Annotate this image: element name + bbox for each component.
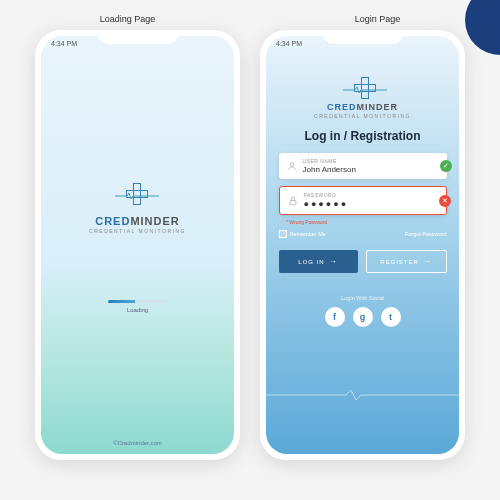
login-page-label: Login Page bbox=[355, 14, 401, 24]
user-icon bbox=[287, 161, 297, 171]
twitter-icon: t bbox=[389, 312, 392, 322]
login-button[interactable]: LOG IN → bbox=[279, 250, 358, 273]
status-time: 4:34 PM bbox=[51, 40, 77, 47]
password-value: ●●●●●● bbox=[304, 199, 438, 209]
page-title: Log in / Registration bbox=[305, 129, 421, 143]
heartbeat-decoration-icon bbox=[266, 388, 459, 402]
heartbeat-icon bbox=[115, 192, 159, 200]
brand-name: CREDMINDER bbox=[95, 215, 180, 227]
register-button[interactable]: REGISTER → bbox=[366, 250, 447, 273]
google-login-button[interactable]: g bbox=[353, 307, 373, 327]
social-login-label: Login With Social bbox=[341, 295, 384, 301]
password-label: PASSWORD bbox=[304, 192, 438, 198]
facebook-icon: f bbox=[333, 312, 336, 322]
medical-cross-icon bbox=[121, 178, 153, 210]
phone-frame-loading: 4:34 PM CREDMINDER CREDENTIAL MONITORING… bbox=[35, 30, 240, 460]
facebook-login-button[interactable]: f bbox=[325, 307, 345, 327]
svg-point-0 bbox=[290, 163, 293, 166]
username-value: John Anderson bbox=[303, 165, 439, 174]
brand-tagline: CREDENTIAL MONITORING bbox=[314, 113, 411, 119]
loading-page-label: Loading Page bbox=[100, 14, 156, 24]
loading-screen: 4:34 PM CREDMINDER CREDENTIAL MONITORING… bbox=[41, 36, 234, 454]
status-time: 4:34 PM bbox=[276, 40, 302, 47]
footer-copyright: ©Credminder.com bbox=[41, 440, 234, 446]
lock-icon bbox=[288, 196, 298, 206]
valid-icon: ✓ bbox=[440, 160, 452, 172]
loading-progress-bar bbox=[108, 300, 168, 303]
remember-label: Remember Me bbox=[290, 231, 326, 237]
error-message: * Wrong Password bbox=[286, 219, 327, 225]
loading-label: Loading bbox=[127, 307, 148, 313]
username-field[interactable]: USER NAME John Anderson ✓ bbox=[279, 153, 447, 179]
twitter-login-button[interactable]: t bbox=[381, 307, 401, 327]
login-screen: 4:34 PM CREDMINDER CREDENTIAL MONITORING… bbox=[266, 36, 459, 454]
remember-me-checkbox[interactable]: Remember Me bbox=[279, 230, 326, 238]
username-label: USER NAME bbox=[303, 158, 439, 164]
arrow-right-icon: → bbox=[329, 257, 338, 266]
app-logo: CREDMINDER CREDENTIAL MONITORING bbox=[89, 178, 186, 234]
password-field[interactable]: PASSWORD ●●●●●● ✕ bbox=[279, 186, 447, 215]
svg-rect-1 bbox=[290, 200, 296, 204]
google-icon: g bbox=[360, 312, 366, 322]
brand-name: CREDMINDER bbox=[327, 102, 398, 112]
phone-notch bbox=[323, 30, 403, 44]
arrow-right-icon: → bbox=[423, 257, 432, 266]
medical-cross-icon bbox=[349, 72, 375, 98]
phone-frame-login: 4:34 PM CREDMINDER CREDENTIAL MONITORING… bbox=[260, 30, 465, 460]
app-logo: CREDMINDER CREDENTIAL MONITORING bbox=[314, 72, 411, 119]
checkbox-icon bbox=[279, 230, 287, 238]
invalid-icon: ✕ bbox=[439, 195, 451, 207]
phone-notch bbox=[98, 30, 178, 44]
forgot-password-link[interactable]: Forgot Password bbox=[405, 231, 447, 237]
brand-tagline: CREDENTIAL MONITORING bbox=[89, 228, 186, 234]
heartbeat-icon bbox=[343, 86, 387, 94]
